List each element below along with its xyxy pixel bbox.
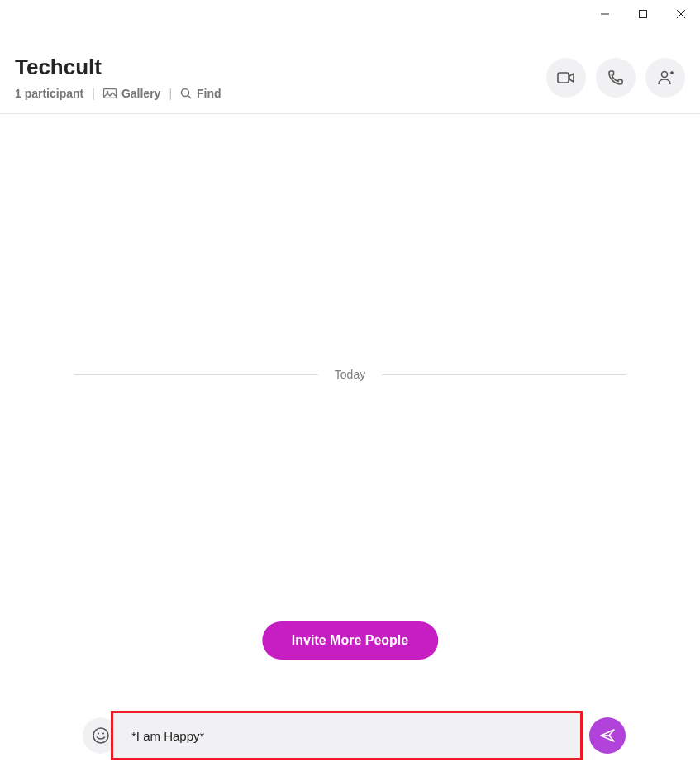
- svg-rect-1: [640, 11, 647, 18]
- header-subline: 1 participant | Gallery | Find: [15, 87, 221, 100]
- header-actions: [546, 58, 685, 98]
- separator: |: [169, 87, 172, 100]
- svg-point-12: [93, 728, 108, 743]
- divider-line: [382, 374, 626, 375]
- add-participant-button[interactable]: [645, 58, 685, 98]
- find-link[interactable]: Find: [180, 87, 221, 100]
- separator: |: [92, 87, 95, 100]
- divider-line: [74, 374, 318, 375]
- search-icon: [180, 88, 192, 99]
- maximize-icon: [638, 9, 648, 19]
- gallery-link[interactable]: Gallery: [103, 87, 160, 100]
- participants-count[interactable]: 1 participant: [15, 87, 83, 100]
- audio-call-button[interactable]: [596, 58, 636, 98]
- chat-header: Techcult 1 participant | Gallery | Find: [0, 28, 700, 114]
- date-divider: Today: [74, 368, 626, 381]
- svg-point-14: [102, 732, 104, 734]
- invite-more-people-button[interactable]: Invite More People: [262, 621, 438, 660]
- close-button[interactable]: [662, 2, 700, 26]
- compose-row: [83, 711, 626, 760]
- video-call-button[interactable]: [546, 58, 586, 98]
- svg-rect-8: [558, 73, 569, 83]
- minimize-icon: [600, 9, 610, 19]
- phone-icon: [607, 69, 624, 86]
- svg-point-6: [182, 89, 189, 97]
- find-label: Find: [197, 87, 221, 100]
- close-icon: [676, 9, 686, 19]
- svg-line-7: [188, 96, 192, 99]
- maximize-button[interactable]: [624, 2, 662, 26]
- add-person-icon: [656, 69, 674, 86]
- gallery-label: Gallery: [121, 87, 160, 100]
- svg-point-5: [107, 91, 109, 93]
- svg-point-13: [98, 732, 99, 734]
- message-input[interactable]: [131, 729, 580, 743]
- smiley-icon: [92, 726, 110, 745]
- date-label: Today: [335, 368, 365, 381]
- svg-point-9: [662, 71, 668, 77]
- video-icon: [557, 71, 575, 84]
- header-left: Techcult 1 participant | Gallery | Find: [15, 55, 221, 100]
- send-button[interactable]: [589, 717, 626, 754]
- chat-title: Techcult: [15, 55, 221, 80]
- window-controls: [0, 0, 700, 28]
- message-input-highlight: [111, 711, 583, 760]
- send-icon: [599, 727, 616, 744]
- chat-messages-area: Today Invite More People: [0, 114, 700, 668]
- minimize-button[interactable]: [586, 2, 624, 26]
- gallery-icon: [103, 88, 117, 98]
